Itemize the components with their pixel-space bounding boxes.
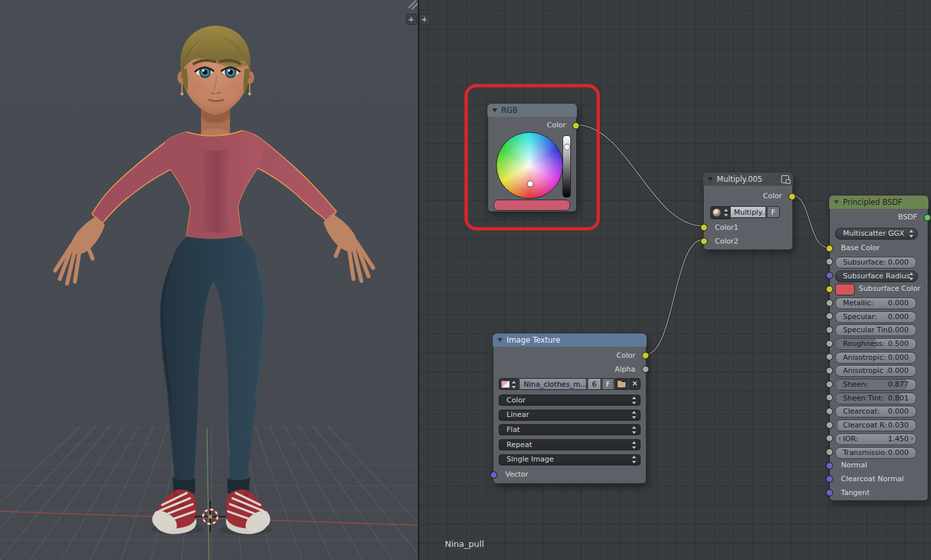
- principled-slider-subsurface[interactable]: Subsurface:0.000: [835, 257, 917, 269]
- principled-slider-ior[interactable]: IOR:1.450: [835, 433, 917, 445]
- principled-slider-specular-tin[interactable]: Specular Tin:0.000: [835, 324, 917, 336]
- collapse-triangle-icon[interactable]: [708, 177, 713, 181]
- image-name-field[interactable]: Nina_clothes_m...: [519, 378, 587, 390]
- principled-input-socket-transmissio[interactable]: [826, 448, 833, 456]
- principled-input-socket-tangent[interactable]: [826, 489, 833, 496]
- principled-input-socket-sheen[interactable]: [826, 381, 833, 388]
- principled-input-socket-subsurface-color[interactable]: [826, 286, 833, 293]
- principled-input-socket-base-color[interactable]: [826, 245, 833, 252]
- node-principled-header[interactable]: Principled BSDF: [829, 196, 928, 209]
- imagetex-output-color-label: Color: [616, 351, 635, 360]
- subsurface-color-swatch[interactable]: [835, 284, 855, 295]
- collapse-triangle-icon[interactable]: [497, 338, 503, 342]
- region-divider[interactable]: [418, 0, 419, 560]
- principled-slider-anisotropic[interactable]: Anisotropic:0.000: [835, 352, 917, 364]
- principled-input-socket-clearcoat-r[interactable]: [826, 421, 833, 429]
- imagetex-input-vector-socket[interactable]: [490, 471, 497, 479]
- fake-user-label: F: [771, 208, 775, 217]
- imagetex-output-color-socket[interactable]: [642, 352, 649, 359]
- principled-slider-sheen[interactable]: Sheen:0.877: [835, 379, 917, 391]
- fake-user-label: F: [606, 380, 610, 389]
- principled-input-socket-subsurface[interactable]: [826, 258, 833, 265]
- image-datablock-icon-button[interactable]: [499, 378, 518, 390]
- slider-label: Subsurface:: [843, 258, 886, 267]
- stepper-arrows-icon: [512, 381, 516, 389]
- image-fake-user-button[interactable]: F: [602, 378, 614, 390]
- node-principled-bsdf[interactable]: Principled BSDF BSDF Multiscatter GGXBas…: [829, 196, 928, 501]
- principled-output-socket-bsdf[interactable]: [924, 214, 931, 221]
- principled-input-socket-anisotropic[interactable]: [826, 353, 833, 360]
- slider-label: Clearcoat R:: [843, 421, 887, 430]
- slider-value: 0.500: [888, 339, 909, 349]
- imagetex-dropdown-single-image[interactable]: Single Image: [499, 454, 641, 465]
- principled-input-socket-subsurface-radius[interactable]: [826, 272, 833, 279]
- node-tree-label: Nina_pull: [445, 539, 484, 549]
- multiply-input2-label: Color2: [715, 237, 738, 246]
- principled-label-clearcoat-normal: Clearcoat Normal: [841, 475, 904, 483]
- collapse-triangle-icon[interactable]: [834, 200, 839, 204]
- image-users-count: 6: [592, 380, 597, 389]
- principled-input-socket-anisotropic[interactable]: [826, 367, 833, 374]
- multiply-output-socket-color[interactable]: [788, 193, 796, 200]
- viewport-expand-icon[interactable]: [406, 14, 417, 25]
- editor-expand-icon[interactable]: [419, 14, 430, 25]
- multiply-input1-socket[interactable]: [700, 224, 708, 231]
- open-image-button[interactable]: [615, 378, 628, 390]
- image-users-button[interactable]: 6: [587, 378, 601, 390]
- dropdown-arrows-icon: [632, 411, 637, 419]
- value-arrow-right-icon[interactable]: [911, 437, 914, 441]
- principled-dropdown-3[interactable]: Subsurface Radius: [835, 270, 918, 282]
- principled-slider-transmissio[interactable]: Transmissio:0.000: [835, 447, 917, 459]
- imagetex-dropdown-flat[interactable]: Flat: [499, 424, 641, 435]
- principled-slider-specular[interactable]: Specular:0.000: [835, 311, 917, 323]
- principled-slider-sheen-tint[interactable]: Sheen Tint:0.801: [835, 393, 917, 404]
- imagetex-dropdown-linear[interactable]: Linear: [499, 410, 641, 421]
- imagetex-dropdown-repeat[interactable]: Repeat: [499, 439, 641, 450]
- slider-value: 0.000: [888, 366, 909, 376]
- image-icon: [501, 381, 510, 388]
- principled-label-base-color: Base Color: [841, 244, 880, 252]
- node-multiply-header[interactable]: Multiply.005: [703, 173, 793, 186]
- image-name: Nina_clothes_m...: [524, 380, 587, 389]
- fake-user-button[interactable]: F: [767, 206, 780, 218]
- node-image-texture[interactable]: Image Texture Color Alpha Nina_clothes_m…: [493, 334, 647, 484]
- slider-label: IOR:: [843, 435, 858, 444]
- node-multiply-title: Multiply.005: [717, 175, 762, 184]
- node-image-texture-header[interactable]: Image Texture: [493, 334, 647, 347]
- principled-input-socket-clearcoat[interactable]: [826, 408, 833, 415]
- slider-fill: [836, 420, 838, 431]
- dropdown-label: Flat: [507, 425, 520, 435]
- dropdown-label: Single Image: [507, 455, 554, 464]
- slider-value: 0.000: [888, 448, 909, 458]
- value-arrow-left-icon[interactable]: [838, 437, 840, 441]
- blend-icon-button[interactable]: [710, 206, 731, 219]
- principled-slider-clearcoat[interactable]: Clearcoat:0.000: [835, 406, 917, 418]
- imagetex-dropdown-color[interactable]: Color: [499, 395, 641, 406]
- slider-value: 0.801: [888, 394, 909, 403]
- principled-slider-metallic[interactable]: Metallic:0.000: [835, 297, 917, 309]
- principled-input-socket-roughness[interactable]: [826, 340, 833, 347]
- unlink-image-button[interactable]: ✕: [629, 378, 641, 390]
- viewport-3d[interactable]: [0, 0, 419, 560]
- multiply-input2-socket[interactable]: [700, 238, 708, 245]
- principled-slider-anisotropic[interactable]: Anisotropic :0.000: [835, 365, 917, 377]
- node-multiply[interactable]: Multiply.005 Color Multiply.... F Color1…: [703, 173, 793, 250]
- folder-icon: [618, 382, 625, 387]
- blend-mode-dropdown[interactable]: Multiply....: [730, 206, 766, 218]
- principled-input-socket-specular-tin[interactable]: [826, 326, 833, 334]
- principled-dropdown-0[interactable]: Multiscatter GGX: [835, 228, 918, 240]
- principled-output-label: BSDF: [898, 213, 917, 221]
- principled-input-socket-ior[interactable]: [826, 435, 833, 442]
- principled-input-socket-metallic[interactable]: [826, 299, 833, 307]
- node-icon-dot: [786, 179, 790, 184]
- principled-input-socket-specular[interactable]: [826, 312, 833, 320]
- close-icon: ✕: [631, 379, 637, 388]
- principled-slider-roughness[interactable]: Roughness:0.500: [835, 338, 917, 350]
- principled-input-socket-normal[interactable]: [826, 462, 833, 469]
- slider-label: Specular Tin:: [843, 326, 890, 335]
- principled-slider-clearcoat-r[interactable]: Clearcoat R:0.030: [835, 420, 917, 431]
- imagetex-output-alpha-socket[interactable]: [642, 366, 649, 373]
- dropdown-label: Color: [507, 396, 526, 405]
- principled-input-socket-clearcoat-normal[interactable]: [826, 475, 833, 483]
- principled-input-socket-sheen-tint[interactable]: [826, 394, 833, 401]
